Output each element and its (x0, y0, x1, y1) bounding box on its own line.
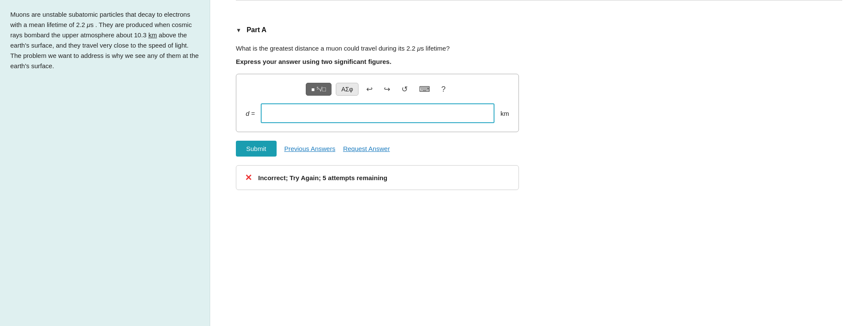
math-toolbar: ■ ⁵√□ ΑΣφ ↩ ↪ ↺ ⌨ ? (246, 83, 509, 96)
feedback-text: Incorrect; Try Again; 5 attempts remaini… (258, 174, 387, 181)
greek-symbols-button[interactable]: ΑΣφ (336, 83, 359, 96)
input-row: d = km (246, 103, 509, 123)
greek-label: ΑΣφ (341, 86, 353, 93)
request-answer-button[interactable]: Request Answer (343, 145, 390, 152)
answer-box: ■ ⁵√□ ΑΣφ ↩ ↪ ↺ ⌨ ? d = km (236, 74, 519, 132)
square-root-icon: ■ (311, 86, 315, 93)
part-a-header: ▼ Part A (236, 26, 842, 34)
math-template-button[interactable]: ■ ⁵√□ (306, 83, 332, 96)
context-panel: Muons are unstable subatomic particles t… (0, 0, 210, 326)
feedback-box: ✕ Incorrect; Try Again; 5 attempts remai… (236, 165, 519, 190)
question-text: What is the greatest distance a muon cou… (236, 43, 842, 54)
answer-input[interactable] (261, 103, 494, 123)
keyboard-button[interactable]: ⌨ (416, 83, 434, 96)
main-content: ▼ Part A What is the greatest distance a… (210, 0, 868, 326)
refresh-button[interactable]: ↺ (398, 83, 411, 96)
question-instruction: Express your answer using two significan… (236, 58, 842, 65)
collapse-chevron[interactable]: ▼ (236, 27, 241, 33)
submit-button[interactable]: Submit (236, 141, 277, 157)
top-divider (236, 0, 842, 0)
unit-label: km (500, 110, 509, 117)
incorrect-icon: ✕ (245, 172, 252, 183)
sqrt-symbol: ⁵√□ (316, 86, 326, 93)
previous-answers-button[interactable]: Previous Answers (284, 145, 335, 152)
context-text: Muons are unstable subatomic particles t… (10, 9, 199, 71)
action-row: Submit Previous Answers Request Answer (236, 141, 842, 157)
input-label: d = (246, 110, 255, 117)
part-title: Part A (247, 26, 267, 34)
undo-button[interactable]: ↩ (363, 83, 376, 96)
help-button[interactable]: ? (438, 83, 449, 96)
redo-button[interactable]: ↪ (380, 83, 394, 96)
